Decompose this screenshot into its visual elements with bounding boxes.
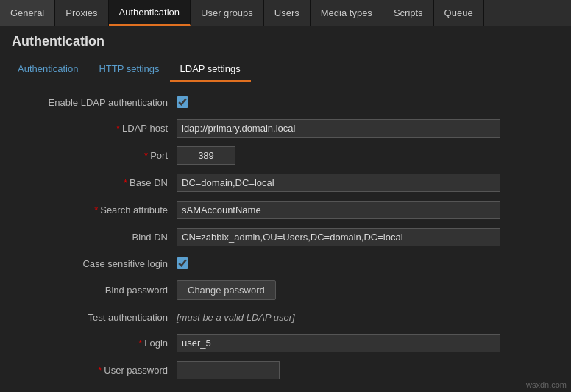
tab-authentication[interactable]: Authentication bbox=[7, 57, 88, 82]
row-search-attribute: Search attribute bbox=[0, 196, 571, 224]
test-auth-hint: [must be a valid LDAP user] bbox=[177, 312, 295, 323]
search-attr-input[interactable] bbox=[177, 201, 500, 219]
top-navigation: General Proxies Authentication User grou… bbox=[0, 0, 571, 26]
bind-password-label: Bind password bbox=[15, 285, 177, 296]
case-sensitive-checkbox-wrap bbox=[177, 257, 188, 269]
nav-proxies[interactable]: Proxies bbox=[55, 0, 108, 26]
enable-ldap-label: Enable LDAP authentication bbox=[15, 97, 177, 108]
nav-user-groups[interactable]: User groups bbox=[191, 0, 264, 26]
bind-dn-label: Bind DN bbox=[15, 232, 177, 243]
search-attr-label: Search attribute bbox=[15, 204, 177, 215]
row-test-authentication: Test authentication [must be a valid LDA… bbox=[0, 304, 571, 329]
case-sensitive-checkbox[interactable] bbox=[177, 257, 188, 269]
row-bind-password: Bind password Change password bbox=[0, 276, 571, 304]
sub-tabs: Authentication HTTP settings LDAP settin… bbox=[0, 57, 571, 82]
tab-ldap-settings[interactable]: LDAP settings bbox=[170, 57, 251, 82]
login-label: Login bbox=[15, 338, 177, 349]
row-base-dn: Base DN bbox=[0, 169, 571, 196]
nav-users[interactable]: Users bbox=[264, 0, 311, 26]
page-title: Authentication bbox=[12, 34, 559, 49]
bind-dn-input[interactable] bbox=[177, 228, 500, 246]
enable-ldap-checkbox-wrap bbox=[177, 96, 188, 108]
user-password-label: User password bbox=[15, 365, 177, 376]
test-auth-label: Test authentication bbox=[15, 312, 177, 323]
ldap-settings-form: Enable LDAP authentication LDAP host Por… bbox=[0, 82, 571, 392]
nav-queue[interactable]: Queue bbox=[434, 0, 484, 26]
row-login: Login bbox=[0, 329, 571, 357]
row-user-password: User password bbox=[0, 357, 571, 384]
change-password-button[interactable]: Change password bbox=[177, 280, 276, 300]
watermark: wsxdn.com bbox=[526, 380, 567, 389]
row-bind-dn: Bind DN bbox=[0, 224, 571, 251]
row-enable-ldap: Enable LDAP authentication bbox=[0, 90, 571, 115]
page-header: Authentication bbox=[0, 26, 571, 57]
nav-general[interactable]: General bbox=[0, 0, 55, 26]
base-dn-label: Base DN bbox=[15, 177, 177, 188]
row-port: Port bbox=[0, 142, 571, 169]
login-input[interactable] bbox=[177, 334, 500, 352]
case-sensitive-label: Case sensitive login bbox=[15, 258, 177, 269]
tab-http-settings[interactable]: HTTP settings bbox=[88, 57, 169, 82]
ldap-host-label: LDAP host bbox=[15, 123, 177, 134]
nav-authentication[interactable]: Authentication bbox=[109, 0, 191, 26]
row-ldap-host: LDAP host bbox=[0, 115, 571, 142]
nav-scripts[interactable]: Scripts bbox=[383, 0, 434, 26]
nav-media-types[interactable]: Media types bbox=[311, 0, 383, 26]
port-input[interactable] bbox=[177, 146, 235, 165]
port-label: Port bbox=[15, 150, 177, 161]
base-dn-input[interactable] bbox=[177, 174, 500, 192]
ldap-host-input[interactable] bbox=[177, 119, 500, 138]
row-buttons: Update Test bbox=[0, 388, 571, 392]
enable-ldap-checkbox[interactable] bbox=[177, 96, 188, 108]
user-password-input[interactable] bbox=[177, 361, 280, 379]
row-case-sensitive: Case sensitive login bbox=[0, 251, 571, 276]
